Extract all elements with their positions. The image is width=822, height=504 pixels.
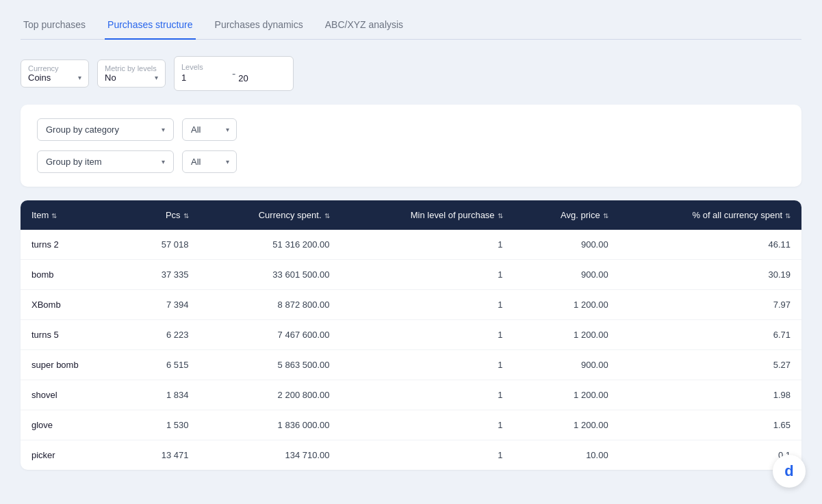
cell-pcs: 6 515 — [125, 350, 200, 380]
cell-currency_spent: 2 200 800.00 — [200, 380, 341, 410]
cell-currency_spent: 1 836 000.00 — [200, 410, 341, 440]
group-item-row: Group by item All — [37, 150, 785, 173]
table-row: glove1 5301 836 000.0011 200.001.65 — [21, 410, 801, 440]
sort-icon-min_level: ⇅ — [498, 212, 503, 220]
levels-label: Levels — [181, 63, 229, 71]
data-table-container: Item⇅Pcs⇅Currency spent.⇅Min level of pu… — [21, 200, 801, 470]
cell-pcs: 6 223 — [125, 320, 200, 350]
sort-icon-item: ⇅ — [51, 212, 57, 220]
cell-currency_spent: 134 710.00 — [200, 440, 341, 470]
group-item-all-label: All — [191, 157, 201, 167]
cell-pct: 5.27 — [619, 350, 801, 380]
col-header-pcs[interactable]: Pcs⇅ — [125, 200, 200, 230]
cell-currency_spent: 5 863 500.00 — [200, 350, 341, 380]
table-header: Item⇅Pcs⇅Currency spent.⇅Min level of pu… — [21, 200, 801, 230]
filters-row: Currency Coins Metric by levels No Level… — [21, 56, 801, 91]
table-row: picker13 471134 710.00110.000.1 — [21, 440, 801, 470]
sort-icon-currency_spent: ⇅ — [324, 212, 330, 220]
col-header-avg_price[interactable]: Avg. price⇅ — [514, 200, 619, 230]
sort-icon-pct: ⇅ — [785, 212, 791, 220]
cell-min_level: 1 — [341, 350, 514, 380]
tabs-bar: Top purchasesPurchases structurePurchase… — [21, 14, 801, 40]
table-row: super bomb6 5155 863 500.001900.005.27 — [21, 350, 801, 380]
tab-abc/xyz-analysis[interactable]: ABC/XYZ analysis — [322, 14, 406, 40]
cell-pcs: 13 471 — [125, 440, 200, 470]
group-by-item-select[interactable]: Group by item — [37, 150, 174, 173]
cell-avg_price: 900.00 — [514, 230, 619, 260]
cell-currency_spent: 33 601 500.00 — [200, 260, 341, 290]
cell-pcs: 7 394 — [125, 290, 200, 320]
metric-value: No — [105, 72, 158, 83]
metric-label: Metric by levels — [105, 64, 158, 72]
tab-purchases-structure[interactable]: Purchases structure — [105, 14, 196, 40]
table-row: XBomb7 3948 872 800.0011 200.007.97 — [21, 290, 801, 320]
cell-avg_price: 1 200.00 — [514, 410, 619, 440]
cell-min_level: 1 — [341, 320, 514, 350]
cell-currency_spent: 8 872 800.00 — [200, 290, 341, 320]
table-row: bomb37 33533 601 500.001900.0030.19 — [21, 260, 801, 290]
cell-min_level: 1 — [341, 440, 514, 470]
sort-icon-pcs: ⇅ — [183, 212, 189, 220]
tab-purchases-dynamics[interactable]: Purchases dynamics — [212, 14, 306, 40]
cell-pct: 30.19 — [619, 260, 801, 290]
group-by-item-label: Group by item — [46, 157, 102, 167]
metric-dropdown[interactable]: Metric by levels No — [97, 59, 166, 88]
data-table: Item⇅Pcs⇅Currency spent.⇅Min level of pu… — [21, 200, 801, 470]
col-header-min_level[interactable]: Min level of purchase⇅ — [341, 200, 514, 230]
cell-avg_price: 900.00 — [514, 260, 619, 290]
cell-avg_price: 1 200.00 — [514, 320, 619, 350]
group-category-all-select[interactable]: All — [182, 118, 237, 141]
cell-item: XBomb — [21, 290, 125, 320]
cell-pct: 1.65 — [619, 410, 801, 440]
table-row: turns 56 2237 467 600.0011 200.006.71 — [21, 320, 801, 350]
currency-dropdown[interactable]: Currency Coins — [21, 59, 89, 88]
cell-pct: 6.71 — [619, 320, 801, 350]
cell-avg_price: 1 200.00 — [514, 290, 619, 320]
table-row: turns 257 01851 316 200.001900.0046.11 — [21, 230, 801, 260]
cell-min_level: 1 — [341, 380, 514, 410]
group-category-row: Group by category All — [37, 118, 785, 141]
group-filters-card: Group by category All Group by item All — [21, 105, 801, 187]
cell-currency_spent: 7 467 600.00 — [200, 320, 341, 350]
cell-min_level: 1 — [341, 410, 514, 440]
cell-item: bomb — [21, 260, 125, 290]
table-row: shovel1 8342 200 800.0011 200.001.98 — [21, 380, 801, 410]
group-by-category-select[interactable]: Group by category — [37, 118, 174, 141]
cell-pcs: 37 335 — [125, 260, 200, 290]
group-category-all-label: All — [191, 124, 201, 135]
cell-pcs: 1 530 — [125, 410, 200, 440]
table-header-row: Item⇅Pcs⇅Currency spent.⇅Min level of pu… — [21, 200, 801, 230]
cell-avg_price: 1 200.00 — [514, 380, 619, 410]
cell-pct: 46.11 — [619, 230, 801, 260]
cell-item: turns 5 — [21, 320, 125, 350]
currency-value: Coins — [28, 72, 81, 83]
levels-separator: - — [232, 68, 235, 80]
levels-from-group: Levels — [181, 63, 229, 84]
levels-to-input[interactable] — [238, 72, 286, 85]
tab-top-purchases[interactable]: Top purchases — [21, 14, 88, 40]
cell-currency_spent: 51 316 200.00 — [200, 230, 341, 260]
currency-label: Currency — [28, 64, 81, 72]
cell-avg_price: 900.00 — [514, 350, 619, 380]
cell-pcs: 57 018 — [125, 230, 200, 260]
brand-badge: d — [773, 455, 806, 488]
col-header-pct[interactable]: % of all currency spent⇅ — [619, 200, 801, 230]
sort-icon-avg_price: ⇅ — [603, 212, 608, 220]
col-header-currency_spent[interactable]: Currency spent.⇅ — [200, 200, 341, 230]
group-item-all-select[interactable]: All — [182, 150, 237, 173]
levels-range: Levels - — [174, 56, 294, 91]
levels-from-input[interactable] — [181, 71, 229, 84]
col-header-item[interactable]: Item⇅ — [21, 200, 125, 230]
cell-min_level: 1 — [341, 290, 514, 320]
cell-item: glove — [21, 410, 125, 440]
cell-pcs: 1 834 — [125, 380, 200, 410]
cell-avg_price: 10.00 — [514, 440, 619, 470]
cell-item: super bomb — [21, 350, 125, 380]
cell-pct: 1.98 — [619, 380, 801, 410]
table-body: turns 257 01851 316 200.001900.0046.11bo… — [21, 230, 801, 470]
cell-item: turns 2 — [21, 230, 125, 260]
cell-min_level: 1 — [341, 260, 514, 290]
group-by-category-label: Group by category — [46, 124, 119, 135]
cell-item: picker — [21, 440, 125, 470]
cell-item: shovel — [21, 380, 125, 410]
